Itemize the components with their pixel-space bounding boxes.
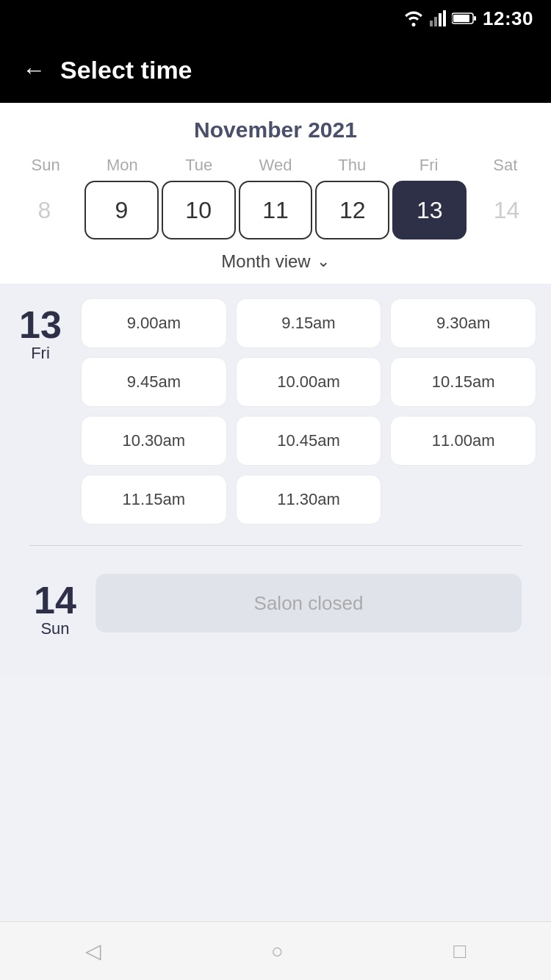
date-cell-8[interactable]: 8 <box>7 181 82 239</box>
status-time: 12:30 <box>483 7 533 30</box>
day-label-14: 14 Sun <box>29 574 81 638</box>
date-cell-9[interactable]: 9 <box>84 181 159 239</box>
day-header-sun: Sun <box>7 156 84 175</box>
date-cell-13[interactable]: 13 <box>392 181 467 239</box>
time-slot-1045[interactable]: 10.45am <box>236 416 382 466</box>
month-view-toggle[interactable]: Month view ⌄ <box>0 239 551 284</box>
time-slot-1115[interactable]: 11.15am <box>81 475 227 525</box>
svg-rect-2 <box>439 13 442 26</box>
time-section: 13 Fri 9.00am 9.15am 9.30am 9.45am 10.00… <box>0 284 551 675</box>
day-section-14: 14 Sun Salon closed <box>15 566 536 660</box>
chevron-down-icon: ⌄ <box>317 252 330 271</box>
time-slot-915[interactable]: 9.15am <box>236 298 382 348</box>
day-header-wed: Wed <box>237 156 314 175</box>
time-slot-1015[interactable]: 10.15am <box>390 357 536 407</box>
back-button[interactable]: ← <box>22 58 46 82</box>
section-divider <box>29 545 522 546</box>
time-slot-1000[interactable]: 10.00am <box>236 357 382 407</box>
day-header-mon: Mon <box>84 156 160 175</box>
nav-home-button[interactable]: ○ <box>271 940 284 963</box>
svg-rect-3 <box>443 10 446 26</box>
day-label-13: 13 Fri <box>15 298 66 525</box>
svg-rect-6 <box>453 15 469 22</box>
time-slot-1130[interactable]: 11.30am <box>236 475 382 525</box>
date-cell-11[interactable]: 11 <box>239 181 313 239</box>
date-cell-14[interactable]: 14 <box>469 181 544 239</box>
status-icons: 12:30 <box>403 7 533 30</box>
wifi-icon <box>403 10 424 26</box>
month-view-label: Month view <box>221 251 310 272</box>
date-cell-12[interactable]: 12 <box>315 181 389 239</box>
nav-back-button[interactable]: ◁ <box>85 939 101 963</box>
status-bar: 12:30 <box>0 0 551 37</box>
nav-recent-button[interactable]: □ <box>453 940 466 963</box>
time-slot-1100[interactable]: 11.00am <box>390 416 536 466</box>
svg-rect-1 <box>434 17 437 26</box>
bottom-navigation: ◁ ○ □ <box>0 921 551 980</box>
time-slot-900[interactable]: 9.00am <box>81 298 227 348</box>
app-header: ← Select time <box>0 37 551 103</box>
day-header-thu: Thu <box>314 156 390 175</box>
salon-closed-box: Salon closed <box>96 574 522 633</box>
signal-icon <box>430 10 446 26</box>
date-row: 8 9 10 11 12 13 14 <box>0 181 551 239</box>
time-slot-930[interactable]: 9.30am <box>390 298 536 348</box>
time-slot-945[interactable]: 9.45am <box>81 357 227 407</box>
month-year-label: November 2021 <box>0 118 551 143</box>
battery-icon <box>452 12 477 25</box>
svg-rect-0 <box>430 21 433 26</box>
day-section-13: 13 Fri 9.00am 9.15am 9.30am 9.45am 10.00… <box>15 298 536 525</box>
calendar-section: November 2021 Sun Mon Tue Wed Thu Fri Sa… <box>0 103 551 284</box>
day-name-14: Sun <box>40 619 69 638</box>
day-name-13: Fri <box>31 344 50 363</box>
day-header-fri: Fri <box>390 156 467 175</box>
day-headers-row: Sun Mon Tue Wed Thu Fri Sat <box>0 156 551 175</box>
time-slots-13: 9.00am 9.15am 9.30am 9.45am 10.00am 10.1… <box>81 298 536 525</box>
day-number-14: 14 <box>34 581 76 619</box>
day-header-tue: Tue <box>161 156 237 175</box>
day-header-sat: Sat <box>467 156 544 175</box>
time-slot-1030[interactable]: 10.30am <box>81 416 227 466</box>
page-title: Select time <box>60 56 192 84</box>
date-cell-10[interactable]: 10 <box>162 181 236 239</box>
svg-rect-5 <box>474 16 476 21</box>
day-number-13: 13 <box>19 306 62 344</box>
